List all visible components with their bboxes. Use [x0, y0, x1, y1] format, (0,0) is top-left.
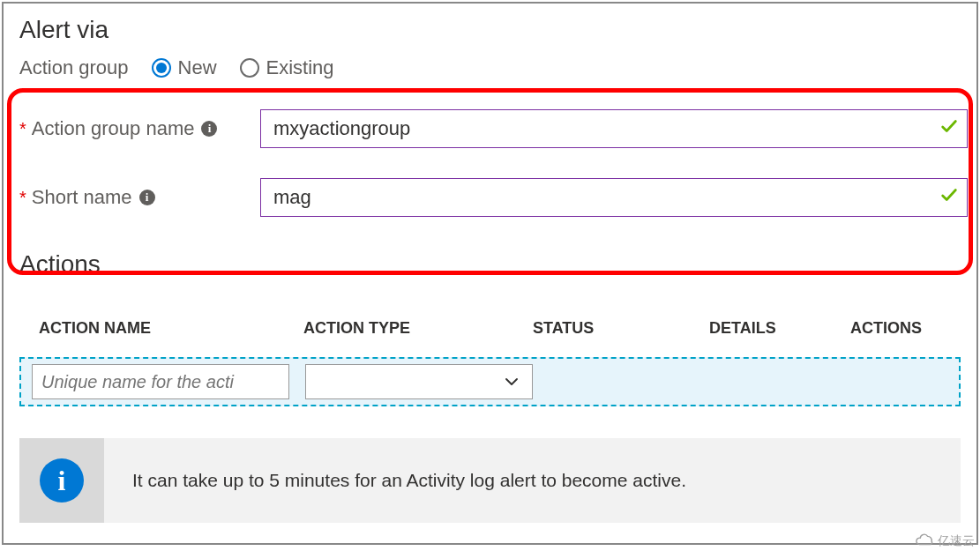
short-name-input[interactable]	[260, 178, 968, 217]
info-icon[interactable]: i	[201, 121, 217, 137]
action-group-radio-row: Action group New Existing	[19, 56, 968, 79]
radio-existing-circle-icon	[240, 58, 259, 78]
cloud-icon	[915, 532, 934, 550]
radio-existing[interactable]: Existing	[240, 56, 334, 79]
notice-banner: i It can take up to 5 minutes for an Act…	[19, 438, 961, 523]
notice-icon-container: i	[19, 438, 104, 523]
actions-section-title: Actions	[19, 250, 968, 279]
action-group-label: Action group	[19, 56, 129, 79]
checkmark-icon	[939, 185, 959, 210]
col-actions: ACTIONS	[850, 319, 974, 338]
radio-existing-label: Existing	[266, 56, 334, 79]
col-status: STATUS	[533, 319, 709, 338]
short-name-label: Short name	[32, 186, 132, 209]
actions-table-row	[19, 357, 961, 406]
section-title: Alert via	[19, 16, 968, 44]
action-name-input[interactable]	[32, 364, 289, 399]
actions-table-header: ACTION NAME ACTION TYPE STATUS DETAILS A…	[12, 319, 968, 338]
radio-new[interactable]: New	[152, 56, 217, 79]
col-action-type: ACTION TYPE	[303, 319, 533, 338]
required-asterisk-icon: *	[19, 120, 26, 138]
radio-new-label: New	[178, 56, 217, 79]
col-details: DETAILS	[709, 319, 850, 338]
checkmark-icon	[939, 116, 959, 141]
action-group-name-input[interactable]	[260, 109, 968, 148]
action-group-name-row: * Action group name i	[19, 109, 968, 148]
required-asterisk-icon: *	[19, 189, 26, 206]
watermark-text: 亿速云	[938, 533, 975, 549]
short-name-row: * Short name i	[19, 178, 968, 217]
panel: Alert via Action group New Existing * Ac…	[2, 2, 978, 545]
info-icon[interactable]: i	[139, 190, 155, 205]
watermark: 亿速云	[915, 532, 975, 550]
action-type-select[interactable]	[305, 364, 533, 399]
col-action-name: ACTION NAME	[39, 319, 303, 338]
action-group-name-label: Action group name	[32, 117, 195, 140]
notice-text: It can take up to 5 minutes for an Activ…	[132, 470, 686, 491]
chevron-down-icon	[504, 374, 520, 390]
info-icon: i	[40, 458, 84, 503]
radio-new-circle-icon	[152, 58, 171, 78]
